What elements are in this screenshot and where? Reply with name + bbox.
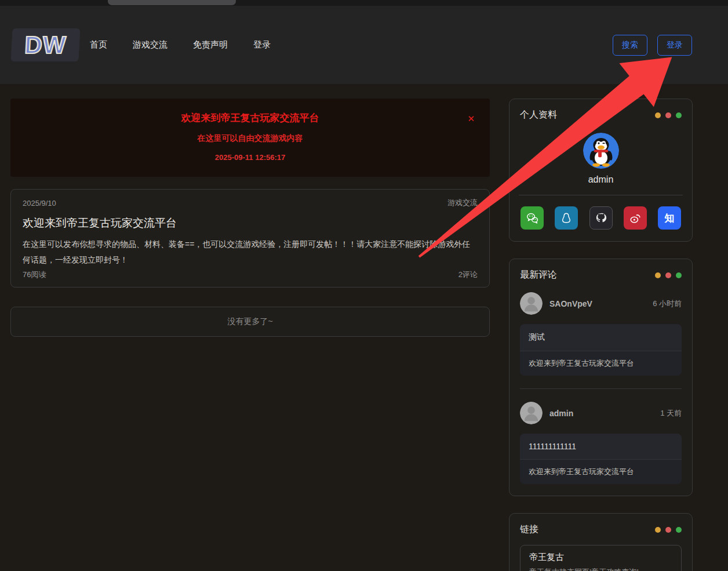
browser-top-strip <box>0 0 728 6</box>
navbar-actions: 搜索 登录 <box>613 35 692 56</box>
comment-panel[interactable]: 111111111111 欢迎来到帝王复古玩家交流平台 <box>520 434 682 484</box>
amber-dot-icon <box>655 112 661 118</box>
comment-author[interactable]: admin <box>549 409 573 418</box>
wechat-button[interactable] <box>520 206 544 230</box>
avatar[interactable] <box>583 133 619 169</box>
close-icon[interactable]: ✕ <box>467 114 475 123</box>
user-silhouette-icon <box>520 402 543 424</box>
weibo-button[interactable] <box>624 206 647 230</box>
comment-text[interactable]: 测试 <box>520 324 682 351</box>
comment-post-title[interactable]: 欢迎来到帝王复古玩家交流平台 <box>520 459 682 484</box>
profile-username: admin <box>520 174 682 185</box>
card-dots <box>655 527 682 533</box>
qq-button[interactable] <box>555 206 578 230</box>
search-button[interactable]: 搜索 <box>613 35 647 56</box>
main-column: 欢迎来到帝王复古玩家交流平台 在这里可以自由交流游戏内容 2025-09-11 … <box>10 99 490 571</box>
latest-comments-title: 最新评论 <box>520 269 557 281</box>
post-read-count: 76阅读 <box>23 270 46 280</box>
comment-author[interactable]: SAOnVpeV <box>549 299 592 308</box>
post-date: 2025/9/10 <box>23 199 56 208</box>
announcement-banner: 欢迎来到帝王复古玩家交流平台 在这里可以自由交流游戏内容 2025-09-11 … <box>10 99 490 177</box>
github-button[interactable] <box>589 206 613 230</box>
amber-dot-icon <box>655 272 661 278</box>
zhihu-button[interactable]: 知 <box>658 206 681 230</box>
qq-icon <box>560 212 573 224</box>
nav-links: 首页 游戏交流 免责声明 登录 <box>90 39 271 50</box>
nav-item-home[interactable]: 首页 <box>90 39 107 50</box>
comment-item: SAOnVpeV 6 小时前 测试 欢迎来到帝王复古玩家交流平台 <box>520 292 682 376</box>
comment-time: 1 天前 <box>660 408 682 419</box>
card-dots <box>655 112 682 118</box>
nav-item-login[interactable]: 登录 <box>253 39 271 50</box>
green-dot-icon <box>676 527 682 533</box>
avatar <box>520 402 543 424</box>
comment-post-title[interactable]: 欢迎来到帝王复古玩家交流平台 <box>520 351 682 376</box>
comment-time: 6 小时前 <box>653 299 682 309</box>
avatar <box>520 292 543 315</box>
post-body: 在这里可以发布你想寻求的物品、材料、装备==，也可以交流游戏经验，注册即可发帖！… <box>23 237 478 268</box>
no-more-text: 没有更多了~ <box>227 317 272 327</box>
qq-penguin-avatar-icon <box>583 133 619 169</box>
zhihu-icon: 知 <box>665 212 675 225</box>
no-more-box: 没有更多了~ <box>10 307 490 337</box>
nav-item-disclaimer[interactable]: 免责声明 <box>193 39 228 50</box>
links-card-title: 链接 <box>520 523 538 536</box>
announcement-subtitle: 在这里可以自由交流游戏内容 <box>34 133 467 144</box>
card-dots <box>655 272 682 278</box>
latest-comments-card: 最新评论 SAOnVpeV <box>509 259 693 496</box>
wechat-icon <box>526 212 539 225</box>
page-container: 欢迎来到帝王复古玩家交流平台 在这里可以自由交流游戏内容 2025-09-11 … <box>0 84 728 571</box>
divider <box>519 195 683 195</box>
sidebar: 个人资料 <box>509 99 693 571</box>
comment-text[interactable]: 111111111111 <box>520 434 682 459</box>
comment-item: admin 1 天前 111111111111 欢迎来到帝王复古玩家交流平台 <box>520 388 682 484</box>
announcement-title: 欢迎来到帝王复古玩家交流平台 <box>34 111 467 125</box>
github-icon <box>594 212 607 225</box>
red-dot-icon <box>665 112 671 118</box>
link-description: 帝王复古静态网页|帝王攻略查询| <box>529 567 672 571</box>
comment-panel[interactable]: 测试 欢迎来到帝王复古玩家交流平台 <box>520 324 682 376</box>
red-dot-icon <box>665 272 671 278</box>
link-name[interactable]: 帝王复古 <box>529 552 672 563</box>
links-card: 链接 帝王复古 帝王复古静态网页|帝王攻略查询| <box>509 513 693 571</box>
browser-tab-remnant <box>108 0 236 5</box>
post-category[interactable]: 游戏交流 <box>447 198 478 208</box>
nav-item-game-exchange[interactable]: 游戏交流 <box>133 39 168 50</box>
post-comment-count: 2评论 <box>458 270 478 280</box>
green-dot-icon <box>676 112 682 118</box>
post-title[interactable]: 欢迎来到帝王复古玩家交流平台 <box>23 216 478 231</box>
navbar: DW 首页 游戏交流 免责声明 登录 搜索 登录 <box>0 6 728 84</box>
user-silhouette-icon <box>520 292 543 315</box>
post-card[interactable]: 2025/9/10 游戏交流 欢迎来到帝王复古玩家交流平台 在这里可以发布你想寻… <box>10 189 490 288</box>
profile-card-title: 个人资料 <box>520 109 557 121</box>
profile-card: 个人资料 <box>509 99 693 242</box>
social-icons-row: 知 <box>520 206 682 230</box>
link-item[interactable]: 帝王复古 帝王复古静态网页|帝王攻略查询| <box>520 545 682 571</box>
weibo-icon <box>628 212 642 225</box>
red-dot-icon <box>665 527 671 533</box>
announcement-timestamp: 2025-09-11 12:56:17 <box>34 153 467 162</box>
amber-dot-icon <box>655 527 661 533</box>
login-button[interactable]: 登录 <box>657 35 692 56</box>
site-logo[interactable]: DW <box>11 28 81 61</box>
green-dot-icon <box>676 272 682 278</box>
